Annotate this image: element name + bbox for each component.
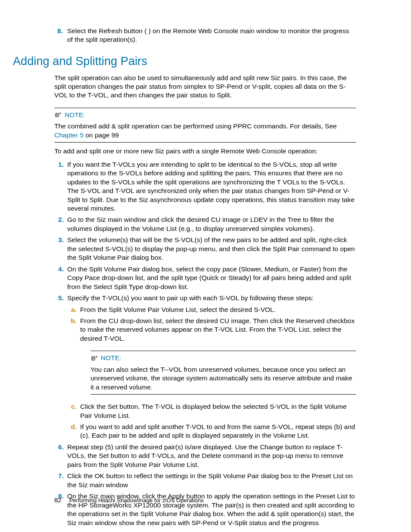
step-number: 8. (53, 27, 63, 35)
list-item: 6. Repeat step (5) until the desired pai… (54, 443, 356, 469)
page-footer: 82 Performing Hitachi ShadowImage for z/… (54, 496, 204, 504)
substep-list: a. From the Split Volume Pair Volume Lis… (67, 305, 356, 343)
list-item: a. From the Split Volume Pair Volume Lis… (67, 305, 356, 314)
list-item: b. From the CU drop-down list, select th… (67, 317, 356, 343)
note-divider-bottom (90, 394, 356, 395)
list-item: d. If you want to add and split another … (67, 423, 356, 440)
list-item: 8. Select the Refresh button ( ) on the … (54, 27, 356, 44)
note-body: You can also select the T--VOL from unre… (90, 365, 356, 392)
page-number: 82 (54, 496, 62, 504)
step-text: Select the Refresh button ( ) on the Rem… (67, 27, 349, 43)
note-heading: NOTE: (54, 111, 356, 119)
lead-in-paragraph: To add and split one or more new Siz pai… (54, 147, 356, 156)
list-item: c. Click the Set button. The T-VOL is di… (67, 402, 356, 420)
substep-letter: a. (67, 305, 77, 314)
step-text: Specify the T-VOL(s) you want to pair up… (67, 294, 314, 302)
substep-letter: b. (67, 317, 77, 325)
nested-note: NOTE: You can also select the T--VOL fro… (90, 351, 356, 395)
note-heading: NOTE: (90, 354, 356, 362)
main-step-list: 1. If you want the T-VOLs you are intend… (54, 160, 356, 527)
note-divider-bottom (54, 142, 356, 143)
step-number: 7. (54, 472, 64, 480)
step-text: Go to the Siz main window and click the … (67, 216, 334, 232)
note-icon (54, 112, 62, 118)
substep-text: Click the Set button. The T-VOL is displ… (80, 403, 347, 419)
note-label: NOTE: (101, 354, 121, 362)
section-heading: Adding and Splitting Pairs (13, 54, 356, 69)
step-number: 6. (54, 443, 64, 451)
substep-letter: d. (67, 423, 77, 431)
step-number: 1. (54, 160, 64, 169)
substep-text: If you want to add and split another T-V… (80, 423, 355, 439)
substep-text: From the CU drop-down list, select the d… (80, 317, 355, 342)
step-number: 4. (54, 265, 64, 274)
list-item: 4. On the Split Volume Pair dialog box, … (54, 265, 356, 291)
step-text: On the Split Volume Pair dialog box, sel… (67, 265, 351, 290)
list-item: 5. Specify the T-VOL(s) you want to pair… (54, 294, 356, 440)
substep-letter: c. (67, 402, 77, 411)
step-text: Select the volume(s) that will be the S-… (67, 236, 355, 261)
list-item: 1. If you want the T-VOLs you are intend… (54, 160, 356, 213)
step-text: Repeat step (5) until the desired pair(s… (67, 443, 343, 468)
substep-list-continued: c. Click the Set button. The T-VOL is di… (67, 402, 356, 440)
note-divider-top (90, 351, 356, 351)
note-divider-top (54, 108, 356, 108)
chapter-link[interactable]: Chapter 5 (54, 131, 84, 139)
note-text-pre: The combined add & split operation can b… (54, 122, 337, 130)
footer-title: Performing Hitachi ShadowImage for z/OS … (69, 497, 204, 504)
prior-section-step-list: 8. Select the Refresh button ( ) on the … (54, 27, 356, 44)
step-number: 5. (54, 294, 64, 302)
note-body: The combined add & split operation can b… (54, 122, 356, 140)
note-text-post: on page 99 (84, 131, 119, 139)
list-item: 3. Select the volume(s) that will be the… (54, 236, 356, 262)
step-number: 2. (54, 215, 64, 224)
list-item: 7. Click the OK button to reflect the se… (54, 472, 356, 489)
list-item: 2. Go to the Siz main window and click t… (54, 215, 356, 233)
note-label: NOTE: (65, 111, 85, 119)
step-text: Click the OK button to reflect the setti… (67, 472, 353, 488)
note-icon (90, 355, 98, 361)
step-text: If you want the T-VOLs you are intending… (67, 161, 355, 212)
substep-text: From the Split Volume Pair Volume List, … (80, 306, 276, 313)
intro-paragraph: The split operation can also be used to … (54, 74, 356, 100)
step-number: 3. (54, 236, 64, 244)
